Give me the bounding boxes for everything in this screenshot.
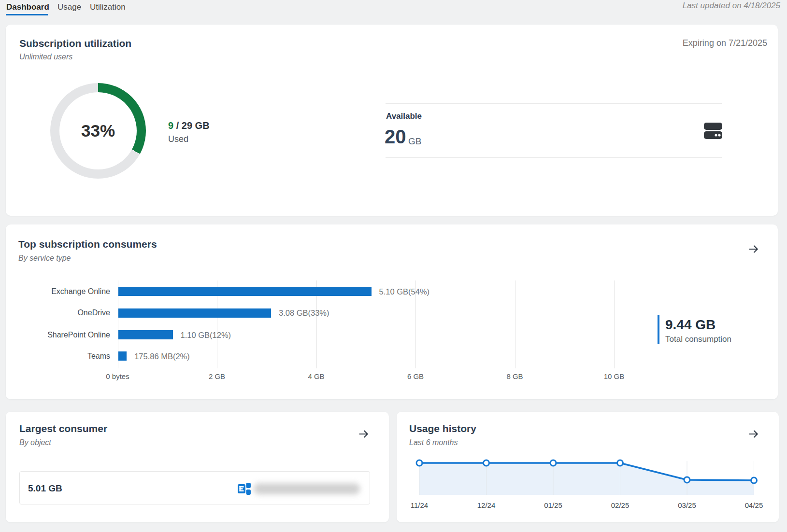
usage-history-title: Usage history bbox=[409, 423, 476, 434]
total-consumption-label: Total consumption bbox=[665, 335, 731, 344]
donut-percent-label: 33% bbox=[81, 121, 115, 140]
used-fraction: 9 / 29 GB bbox=[168, 120, 210, 131]
line-chart-point bbox=[484, 460, 489, 466]
blurred-consumer-name bbox=[254, 483, 360, 494]
largest-consumer-arrow-button[interactable] bbox=[358, 428, 370, 440]
available-value: 20 bbox=[385, 126, 406, 148]
active-tab-indicator bbox=[6, 14, 48, 15]
subscription-utilization-title: Subscription utilization bbox=[19, 38, 131, 49]
largest-consumer-subtitle: By object bbox=[19, 438, 51, 447]
total-consumption-block: 9.44 GB Total consumption bbox=[658, 315, 731, 344]
line-chart-x-label: 11/24 bbox=[402, 501, 436, 509]
storage-icon bbox=[704, 122, 722, 140]
divider-bottom bbox=[386, 157, 722, 158]
largest-consumer-size: 5.01 GB bbox=[28, 483, 62, 494]
line-chart-x-label: 12/24 bbox=[470, 501, 503, 509]
tab-dashboard[interactable]: Dashboard bbox=[6, 2, 49, 12]
usage-history-subtitle: Last 6 months bbox=[409, 438, 458, 447]
top-consumers-title: Top subscription consumers bbox=[18, 238, 157, 250]
dashboard-page: Dashboard Usage Utilization Last updated… bbox=[0, 0, 787, 532]
top-consumers-subtitle: By service type bbox=[18, 254, 71, 263]
divider-top bbox=[386, 103, 722, 104]
usage-history-arrow-button[interactable] bbox=[747, 428, 760, 440]
tab-usage[interactable]: Usage bbox=[57, 2, 81, 12]
total-consumption-value: 9.44 GB bbox=[665, 318, 731, 332]
line-chart-x-label: 01/25 bbox=[536, 501, 570, 509]
usage-history-line-chart bbox=[396, 447, 779, 497]
last-updated-text: Last updated on 4/18/2025 bbox=[683, 1, 780, 11]
subscription-utilization-subtitle: Unlimited users bbox=[19, 53, 72, 61]
exchange-icon bbox=[238, 482, 251, 495]
line-chart-x-label: 03/25 bbox=[670, 501, 704, 509]
line-chart-area-fill bbox=[419, 463, 754, 495]
line-chart-point bbox=[550, 460, 556, 466]
line-chart-point bbox=[751, 477, 757, 483]
donut-hole: 33% bbox=[59, 92, 137, 169]
utilization-donut-chart: 33% bbox=[50, 83, 146, 179]
available-label: Available bbox=[386, 112, 422, 121]
available-unit: GB bbox=[408, 136, 421, 147]
top-consumers-arrow-button[interactable] bbox=[747, 243, 760, 255]
used-label: Used bbox=[168, 134, 188, 144]
largest-consumer-title: Largest consumer bbox=[19, 423, 107, 434]
line-chart-x-label: 02/25 bbox=[603, 501, 637, 509]
top-consumers-card bbox=[6, 224, 778, 399]
line-chart-x-label: 04/25 bbox=[737, 501, 771, 509]
line-chart-point bbox=[684, 477, 690, 483]
line-chart-point bbox=[416, 460, 422, 466]
line-chart-point bbox=[617, 460, 623, 466]
expiring-text: Expiring on 7/21/2025 bbox=[683, 38, 767, 48]
tab-utilization[interactable]: Utilization bbox=[90, 2, 126, 12]
